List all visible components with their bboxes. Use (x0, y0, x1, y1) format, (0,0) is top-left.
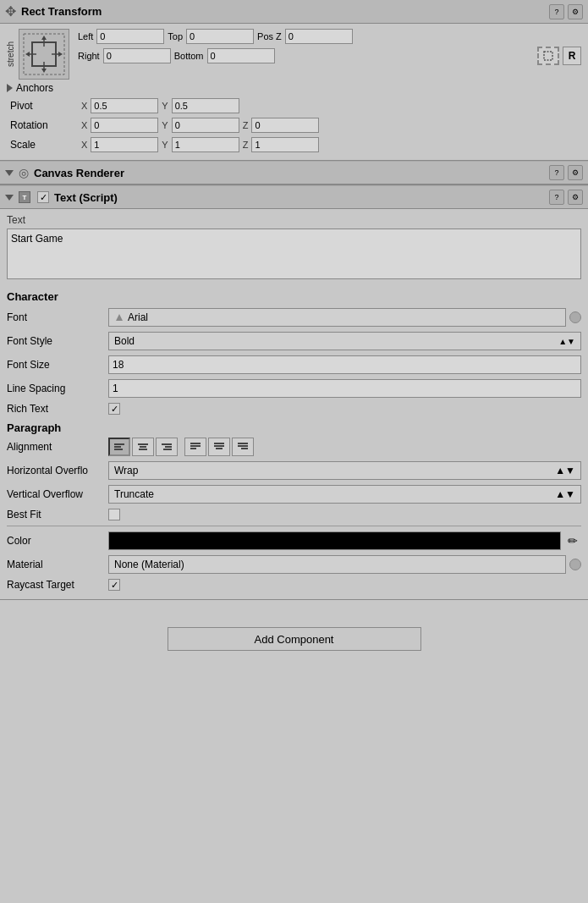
color-swatch[interactable] (108, 531, 561, 550)
scale-z-input[interactable] (251, 137, 319, 152)
text-script-icon: T (19, 191, 30, 203)
canvas-renderer-title: Canvas Renderer (34, 167, 544, 179)
pivot-x-label: X (81, 101, 87, 111)
font-label: Font (7, 311, 108, 323)
rect-transform-header: ✥ Rect Transform ? ⚙ (0, 0, 588, 24)
canvas-renderer-triangle (5, 170, 14, 176)
help-icon-btn[interactable]: ? (549, 4, 564, 19)
raycast-target-label: Raycast Target (7, 579, 108, 591)
rich-text-checkbox[interactable]: ✓ (108, 403, 120, 415)
horizontal-overflow-arrow: ▲▼ (555, 465, 575, 476)
r-button[interactable]: R (563, 47, 581, 65)
font-size-row: Font Size (7, 354, 581, 376)
align-right-icon (161, 442, 173, 452)
material-circle-btn[interactable] (569, 559, 581, 570)
svg-rect-13 (114, 446, 121, 448)
text-script-help-btn[interactable]: ? (549, 190, 564, 205)
svg-rect-23 (190, 448, 196, 449)
align-center-btn[interactable] (132, 438, 154, 456)
font-style-arrow: ▲▼ (558, 337, 575, 346)
line-spacing-input[interactable] (108, 379, 581, 398)
rotation-x-input[interactable] (91, 118, 158, 133)
text-script-panel: T ✓ Text (Script) ? ⚙ Text Start Game Ch… (0, 185, 588, 600)
bottom-input[interactable] (207, 48, 275, 63)
pivot-x-input[interactable] (91, 98, 158, 113)
svg-rect-25 (214, 445, 224, 447)
anchors-row[interactable]: Anchors (7, 80, 581, 96)
move-icon: ✥ (5, 3, 16, 19)
add-component-button[interactable]: Add Component (168, 627, 421, 651)
svg-rect-28 (238, 445, 248, 447)
pivot-y-label: Y (162, 101, 168, 111)
canvas-renderer-header: ◎ Canvas Renderer ? ⚙ (0, 161, 588, 184)
color-picker-icon[interactable]: ✏ (564, 532, 581, 549)
align-justify-right-icon (237, 442, 249, 452)
color-row: Color ✏ (7, 530, 581, 552)
vertical-overflow-arrow: ▲▼ (555, 488, 575, 500)
canvas-settings-btn[interactable]: ⚙ (568, 165, 583, 180)
left-label: Left (78, 31, 93, 41)
color-divider (7, 526, 581, 526)
align-right-btn[interactable] (156, 438, 178, 456)
font-style-dropdown[interactable]: Bold ▲▼ (108, 332, 581, 350)
raycast-target-checkbox[interactable]: ✓ (108, 579, 120, 591)
settings-icon-btn[interactable]: ⚙ (568, 4, 583, 19)
vertical-overflow-label: Vertical Overflow (7, 488, 108, 500)
rect-transform-title: Rect Transform (21, 5, 544, 18)
text-script-settings-btn[interactable]: ⚙ (568, 190, 583, 205)
align-left-btn[interactable] (108, 438, 130, 456)
align-justify-left-icon (190, 442, 201, 452)
align-justify-left-btn[interactable] (184, 438, 206, 456)
svg-rect-24 (214, 443, 224, 444)
font-size-input[interactable] (108, 355, 581, 374)
rotation-row: Rotation X Y Z (7, 116, 581, 135)
stretch-box-svg (21, 31, 67, 77)
svg-rect-21 (190, 443, 201, 444)
scale-y-input[interactable] (172, 137, 239, 152)
scale-x-label: X (81, 140, 87, 150)
horizontal-overflow-dropdown[interactable]: Wrap ▲▼ (108, 461, 581, 480)
svg-rect-12 (114, 443, 124, 445)
text-script-triangle (5, 195, 14, 201)
horizontal-overflow-row: Horizontal Overflo Wrap ▲▼ (7, 460, 581, 482)
svg-rect-22 (190, 445, 201, 447)
best-fit-label: Best Fit (7, 509, 108, 520)
text-script-header: T ✓ Text (Script) ? ⚙ (0, 185, 588, 209)
top-label: Top (168, 31, 183, 41)
stretch-label: stretch (7, 41, 15, 67)
rotation-y-input[interactable] (172, 118, 239, 133)
alignment-buttons (108, 438, 254, 456)
dotted-square-icon (542, 50, 554, 62)
font-value: Arial (128, 311, 148, 323)
right-input[interactable] (103, 48, 171, 63)
scale-x-input[interactable] (91, 137, 158, 152)
stretch-box[interactable] (19, 29, 69, 80)
align-justify-right-btn[interactable] (232, 438, 254, 456)
raycast-target-row: Raycast Target ✓ (7, 577, 581, 592)
font-row: Font Arial (7, 306, 581, 328)
anchors-triangle (7, 84, 13, 92)
font-dropdown[interactable]: Arial (108, 308, 566, 327)
svg-marker-9 (58, 52, 63, 57)
align-justify-center-btn[interactable] (208, 438, 230, 456)
posz-input[interactable] (285, 29, 353, 44)
rotation-z-input[interactable] (251, 118, 319, 133)
text-script-body: Text Start Game Character Font Arial Fon… (0, 209, 588, 599)
vertical-overflow-dropdown[interactable]: Truncate ▲▼ (108, 485, 581, 504)
top-input[interactable] (186, 29, 254, 44)
font-circle-btn[interactable] (569, 311, 581, 323)
svg-marker-3 (41, 36, 47, 40)
text-input[interactable]: Start Game (7, 229, 581, 279)
text-script-enable-checkbox[interactable]: ✓ (37, 191, 49, 203)
dotted-square-button[interactable] (537, 47, 559, 65)
horizontal-overflow-label: Horizontal Overflo (7, 465, 108, 476)
canvas-help-btn[interactable]: ? (549, 165, 564, 180)
canvas-renderer-icon: ◎ (19, 166, 29, 179)
rotation-y-label: Y (162, 120, 168, 130)
add-component-section: Add Component (0, 600, 588, 678)
best-fit-checkbox[interactable] (108, 509, 120, 520)
align-separator (179, 438, 183, 456)
left-input[interactable] (96, 29, 164, 44)
pivot-y-input[interactable] (172, 98, 239, 113)
rotation-xyz: X Y Z (81, 118, 319, 133)
